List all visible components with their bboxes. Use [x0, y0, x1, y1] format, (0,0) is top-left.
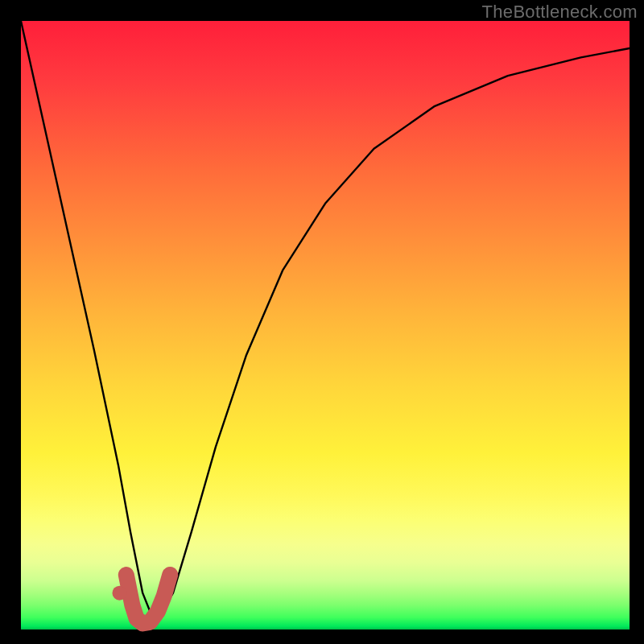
plot-area	[21, 21, 630, 630]
watermark-text: TheBottleneck.com	[482, 2, 638, 23]
main-curve	[21, 21, 630, 623]
hook-marker	[126, 575, 170, 623]
chart-svg	[21, 21, 630, 630]
hook-marker-dot	[112, 586, 126, 601]
chart-frame: TheBottleneck.com	[0, 0, 644, 644]
